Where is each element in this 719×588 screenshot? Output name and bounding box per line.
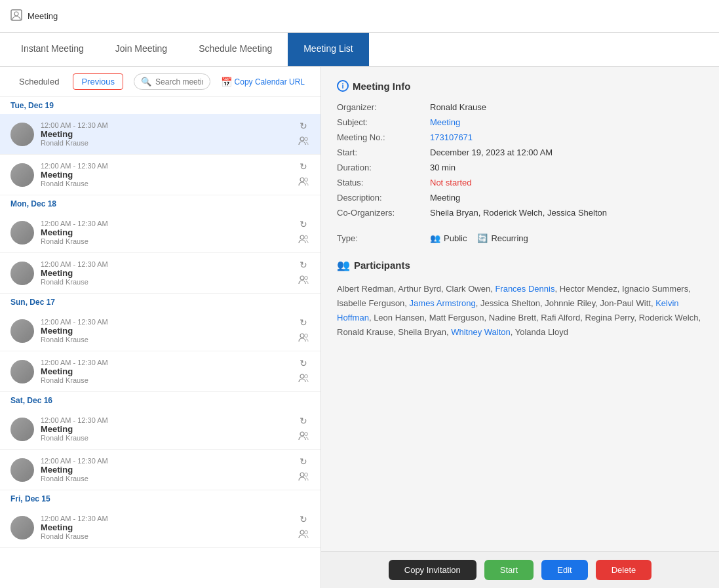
svg-point-17	[305, 473, 308, 477]
meeting-organizer: Ronald Krause	[41, 336, 297, 343]
refresh-icon[interactable]: ↻	[298, 357, 309, 370]
participants-action-icon[interactable]	[297, 332, 310, 345]
participant-name: Nadine Brett	[489, 313, 536, 323]
date-header: Tue, Dec 19	[0, 97, 321, 114]
meeting-info-left: 12:00 AM - 12:30 AM Meeting Ronald Kraus…	[41, 220, 297, 245]
meeting-time: 12:00 AM - 12:30 AM	[41, 515, 297, 522]
delete-button[interactable]: Delete	[596, 560, 652, 580]
meeting-detail: i Meeting Info Organizer:Ronald KrauseSu…	[321, 67, 719, 551]
list-item[interactable]: 12:00 AM - 12:30 AM Meeting Ronald Kraus…	[0, 114, 321, 155]
tab-join-meeting[interactable]: Join Meeting	[100, 33, 183, 66]
meeting-info-left: 12:00 AM - 12:30 AM Meeting Ronald Kraus…	[41, 359, 297, 384]
list-item[interactable]: 12:00 AM - 12:30 AM Meeting Ronald Kraus…	[0, 409, 321, 450]
participants-action-icon[interactable]	[297, 233, 310, 247]
svg-point-9	[305, 277, 308, 280]
right-panel: i Meeting Info Organizer:Ronald KrauseSu…	[321, 67, 719, 588]
participants-action-icon[interactable]	[297, 274, 310, 288]
content-area: Scheduled Previous 🔍 📅 Copy Calendar URL…	[0, 67, 719, 588]
type-row-grid: Type: 👥 Public 🔄 Recurring	[337, 233, 703, 243]
meeting-actions: ↻	[297, 160, 310, 189]
svg-point-8	[300, 276, 304, 280]
participants-action-icon[interactable]	[297, 528, 310, 542]
subtab-scheduled[interactable]: Scheduled	[10, 73, 68, 90]
meeting-actions: ↻	[297, 414, 310, 444]
search-icon: 🔍	[141, 77, 151, 87]
info-value: Not started	[430, 178, 703, 187]
info-value: Meeting	[430, 117, 703, 127]
avatar	[10, 123, 34, 146]
refresh-icon[interactable]: ↻	[298, 414, 309, 427]
copy-invitation-button[interactable]: Copy Invitation	[389, 560, 476, 580]
tab-meeting-list[interactable]: Meeting List	[288, 33, 368, 66]
participant-name: Albert Redman	[337, 284, 394, 294]
participants-title: 👥 Participants	[337, 259, 703, 271]
meeting-organizer: Ronald Krause	[41, 376, 297, 384]
date-header: Fri, Dec 15	[0, 490, 321, 507]
meeting-actions: ↻	[297, 258, 310, 288]
participant-link[interactable]: Frances Dennis	[495, 284, 554, 294]
subtab-previous[interactable]: Previous	[73, 73, 123, 90]
list-item[interactable]: 12:00 AM - 12:30 AM Meeting Ronald Kraus…	[0, 155, 321, 195]
meeting-actions: ↻	[297, 218, 310, 247]
meeting-time: 12:00 AM - 12:30 AM	[41, 457, 297, 465]
list-item[interactable]: 12:00 AM - 12:30 AM Meeting Ronald Kraus…	[0, 450, 321, 490]
participant-name: Jessica Shelton	[480, 298, 540, 308]
participant-name: Isabelle Ferguson	[337, 298, 404, 308]
edit-button[interactable]: Edit	[541, 560, 587, 580]
list-item[interactable]: 12:00 AM - 12:30 AM Meeting Ronald Kraus…	[0, 253, 321, 294]
avatar	[10, 360, 34, 383]
refresh-icon[interactable]: ↻	[298, 258, 309, 271]
participants-action-icon[interactable]	[297, 135, 310, 149]
meeting-organizer: Ronald Krause	[41, 434, 297, 442]
participant-name: Rafi Alford	[541, 313, 580, 323]
refresh-icon[interactable]: ↻	[298, 218, 309, 231]
bottom-bar: Copy Invitation Start Edit Delete	[321, 551, 719, 588]
tab-schedule-meeting[interactable]: Schedule Meeting	[183, 33, 288, 66]
list-item[interactable]: 12:00 AM - 12:30 AM Meeting Ronald Kraus…	[0, 351, 321, 392]
meeting-organizer: Ronald Krause	[41, 237, 297, 245]
meeting-name: Meeting	[41, 424, 297, 434]
info-value: 173107671	[430, 132, 703, 142]
app-header: Meeting	[0, 0, 719, 33]
meeting-actions: ↻	[297, 513, 310, 542]
avatar	[10, 418, 34, 441]
start-button[interactable]: Start	[484, 560, 534, 580]
participants-list: Albert Redman, Arthur Byrd, Clark Owen, …	[337, 282, 703, 340]
info-value: Meeting	[430, 193, 703, 203]
meeting-organizer: Ronald Krause	[41, 139, 297, 147]
meeting-actions: ↻	[297, 357, 310, 386]
list-item[interactable]: 12:00 AM - 12:30 AM Meeting Ronald Kraus…	[0, 311, 321, 351]
participants-action-icon[interactable]	[297, 430, 310, 444]
refresh-icon[interactable]: ↻	[298, 455, 309, 468]
search-input[interactable]	[155, 77, 203, 87]
avatar	[10, 221, 34, 245]
participants-action-icon[interactable]	[297, 176, 310, 189]
participant-name: Hector Mendez	[560, 284, 617, 294]
svg-point-15	[305, 433, 308, 436]
avatar	[10, 516, 34, 539]
participants-action-icon[interactable]	[297, 471, 310, 484]
refresh-icon[interactable]: ↻	[298, 119, 309, 132]
participant-name: Yolanda Lloyd	[515, 327, 568, 337]
meeting-info-title: i Meeting Info	[337, 80, 703, 92]
participant-link[interactable]: James Armstrong	[410, 298, 476, 308]
meeting-info-left: 12:00 AM - 12:30 AM Meeting Ronald Kraus…	[41, 121, 297, 147]
info-label: Subject:	[337, 117, 422, 127]
search-box[interactable]: 🔍	[134, 73, 210, 90]
info-label: Description:	[337, 193, 422, 203]
participants-action-icon[interactable]	[297, 372, 310, 386]
copy-calendar-btn[interactable]: 📅 Copy Calendar URL	[216, 74, 310, 90]
refresh-icon[interactable]: ↻	[298, 513, 309, 526]
meeting-actions: ↻	[297, 119, 310, 149]
list-item[interactable]: 12:00 AM - 12:30 AM Meeting Ronald Kraus…	[0, 212, 321, 253]
participant-name: Matt Ferguson	[429, 313, 484, 323]
info-label: Start:	[337, 147, 422, 157]
meeting-info-left: 12:00 AM - 12:30 AM Meeting Ronald Kraus…	[41, 416, 297, 442]
participant-link[interactable]: Whitney Walton	[451, 327, 511, 337]
participant-name: Jon-Paul Witt	[600, 298, 651, 308]
refresh-icon[interactable]: ↻	[298, 316, 309, 329]
meeting-time: 12:00 AM - 12:30 AM	[41, 220, 297, 227]
tab-instant-meeting[interactable]: Instant Meeting	[5, 33, 100, 66]
list-item[interactable]: 12:00 AM - 12:30 AM Meeting Ronald Kraus…	[0, 507, 321, 548]
refresh-icon[interactable]: ↻	[298, 160, 309, 173]
